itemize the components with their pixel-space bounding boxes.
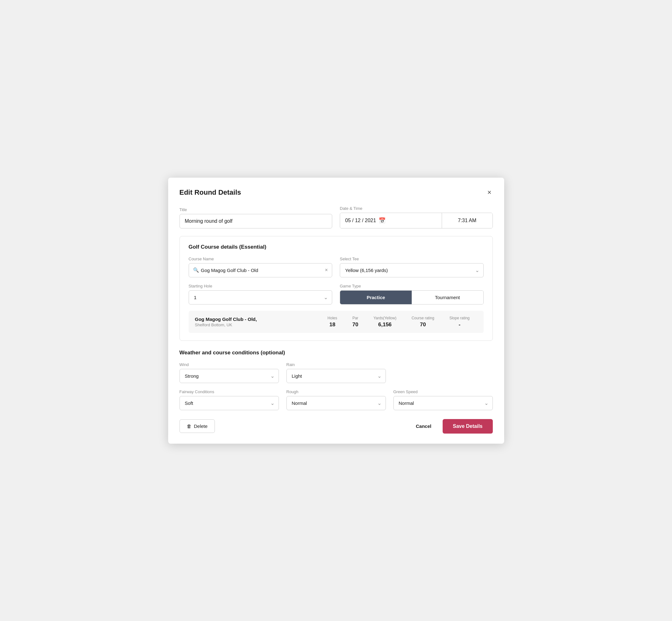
starting-hole-label: Starting Hole bbox=[189, 284, 333, 288]
course-rating-value: 70 bbox=[411, 322, 434, 328]
par-label: Par bbox=[352, 316, 359, 320]
rain-select-wrap: NoneLightModerateHeavy ⌄ bbox=[287, 369, 386, 383]
rough-select-wrap: SoftNormalHard ⌄ bbox=[287, 396, 386, 410]
title-date-row: Title Date & Time 05 / 12 / 2021 📅 7:31 … bbox=[179, 206, 493, 229]
fairway-select-wrap: SoftNormalHard ⌄ bbox=[179, 396, 279, 410]
trash-icon: 🗑 bbox=[187, 423, 192, 429]
fairway-label: Fairway Conditions bbox=[179, 389, 279, 394]
rain-label: Rain bbox=[287, 362, 386, 367]
course-tee-row: Course Name 🔍 × Select Tee Yellow (6,156… bbox=[189, 256, 484, 277]
green-speed-select[interactable]: SlowNormalFast bbox=[393, 396, 493, 410]
yards-label: Yards(Yellow) bbox=[374, 316, 396, 320]
modal-title: Edit Round Details bbox=[179, 189, 241, 197]
rough-label: Rough bbox=[287, 389, 386, 394]
rough-select[interactable]: SoftNormalHard bbox=[287, 396, 386, 410]
holes-value: 18 bbox=[328, 322, 337, 328]
course-stat-course-rating: Course rating 70 bbox=[404, 316, 442, 328]
cancel-button[interactable]: Cancel bbox=[412, 420, 435, 432]
tee-select[interactable]: Yellow (6,156 yards) White (6,600 yards)… bbox=[340, 263, 484, 277]
clear-course-button[interactable]: × bbox=[325, 267, 328, 273]
edit-round-modal: Edit Round Details × Title Date & Time 0… bbox=[168, 178, 504, 444]
course-name-input[interactable] bbox=[189, 263, 333, 277]
course-name-field: Course Name 🔍 × bbox=[189, 256, 333, 277]
date-label: Date & Time bbox=[340, 206, 493, 211]
calendar-icon: 📅 bbox=[379, 217, 385, 224]
course-info-name: Gog Magog Golf Club - Old, Shelford Bott… bbox=[195, 317, 320, 327]
title-label: Title bbox=[179, 207, 333, 212]
select-tee-label: Select Tee bbox=[340, 256, 484, 261]
green-speed-label: Green Speed bbox=[393, 389, 493, 394]
delete-label: Delete bbox=[194, 423, 208, 429]
wind-select[interactable]: NoneLightModerateStrong bbox=[179, 369, 279, 383]
modal-footer: 🗑 Delete Cancel Save Details bbox=[179, 417, 493, 433]
golf-course-section: Golf Course details (Essential) Course N… bbox=[179, 236, 493, 341]
rough-field: Rough SoftNormalHard ⌄ bbox=[287, 389, 386, 410]
weather-section-title: Weather and course conditions (optional) bbox=[179, 349, 493, 356]
fairway-select[interactable]: SoftNormalHard bbox=[179, 396, 279, 410]
save-button[interactable]: Save Details bbox=[443, 419, 493, 433]
course-name-label: Course Name bbox=[189, 256, 333, 261]
starting-hole-select[interactable]: 1234 5678 910 bbox=[189, 290, 333, 304]
rain-select[interactable]: NoneLightModerateHeavy bbox=[287, 369, 386, 383]
game-type-label: Game Type bbox=[340, 284, 484, 288]
green-speed-field: Green Speed SlowNormalFast ⌄ bbox=[393, 389, 493, 410]
starting-hole-gametype-row: Starting Hole 1234 5678 910 ⌄ Game Type … bbox=[189, 284, 484, 304]
fairway-field: Fairway Conditions SoftNormalHard ⌄ bbox=[179, 389, 279, 410]
holes-label: Holes bbox=[328, 316, 337, 320]
starting-hole-select-wrap: 1234 5678 910 ⌄ bbox=[189, 290, 333, 304]
yards-value: 6,156 bbox=[374, 322, 396, 328]
game-type-toggle: Practice Tournament bbox=[340, 290, 484, 304]
wind-field: Wind NoneLightModerateStrong ⌄ bbox=[179, 362, 279, 383]
title-input[interactable] bbox=[179, 214, 333, 229]
date-part[interactable]: 05 / 12 / 2021 📅 bbox=[340, 213, 442, 228]
title-field-group: Title bbox=[179, 207, 333, 229]
wind-rain-row: Wind NoneLightModerateStrong ⌄ Rain None… bbox=[179, 362, 493, 383]
course-rating-label: Course rating bbox=[411, 316, 434, 320]
fairway-rough-green-row: Fairway Conditions SoftNormalHard ⌄ Roug… bbox=[179, 389, 493, 410]
tournament-button[interactable]: Tournament bbox=[412, 291, 483, 304]
practice-button[interactable]: Practice bbox=[340, 291, 412, 304]
slope-rating-label: Slope rating bbox=[449, 316, 469, 320]
par-value: 70 bbox=[352, 322, 359, 328]
date-field-group: Date & Time 05 / 12 / 2021 📅 7:31 AM bbox=[340, 206, 493, 229]
course-stat-par: Par 70 bbox=[345, 316, 366, 328]
course-stat-holes: Holes 18 bbox=[320, 316, 345, 328]
green-speed-select-wrap: SlowNormalFast ⌄ bbox=[393, 396, 493, 410]
search-icon: 🔍 bbox=[193, 267, 199, 273]
starting-hole-field: Starting Hole 1234 5678 910 ⌄ bbox=[189, 284, 333, 304]
rain-field: Rain NoneLightModerateHeavy ⌄ bbox=[287, 362, 386, 383]
modal-header: Edit Round Details × bbox=[179, 188, 493, 197]
game-type-field: Game Type Practice Tournament bbox=[340, 284, 484, 304]
wind-label: Wind bbox=[179, 362, 279, 367]
wind-select-wrap: NoneLightModerateStrong ⌄ bbox=[179, 369, 279, 383]
time-value: 7:31 AM bbox=[458, 218, 476, 223]
select-tee-field: Select Tee Yellow (6,156 yards) White (6… bbox=[340, 256, 484, 277]
course-info-name-text: Gog Magog Golf Club - Old, bbox=[195, 317, 320, 322]
course-info-location: Shelford Bottom, UK bbox=[195, 323, 320, 327]
tee-select-wrap: Yellow (6,156 yards) White (6,600 yards)… bbox=[340, 263, 484, 277]
weather-section: Weather and course conditions (optional)… bbox=[179, 349, 493, 410]
date-time-group: 05 / 12 / 2021 📅 7:31 AM bbox=[340, 213, 493, 229]
course-stat-slope-rating: Slope rating - bbox=[442, 316, 477, 328]
slope-rating-value: - bbox=[449, 322, 469, 328]
delete-button[interactable]: 🗑 Delete bbox=[179, 419, 215, 433]
course-search-wrap: 🔍 × bbox=[189, 263, 333, 277]
footer-right: Cancel Save Details bbox=[412, 419, 493, 433]
date-value: 05 / 12 / 2021 bbox=[345, 218, 376, 223]
close-button[interactable]: × bbox=[486, 188, 493, 197]
golf-course-section-title: Golf Course details (Essential) bbox=[189, 244, 484, 250]
course-info-row: Gog Magog Golf Club - Old, Shelford Bott… bbox=[189, 311, 484, 333]
time-part[interactable]: 7:31 AM bbox=[442, 213, 493, 228]
course-stat-yards: Yards(Yellow) 6,156 bbox=[366, 316, 404, 328]
